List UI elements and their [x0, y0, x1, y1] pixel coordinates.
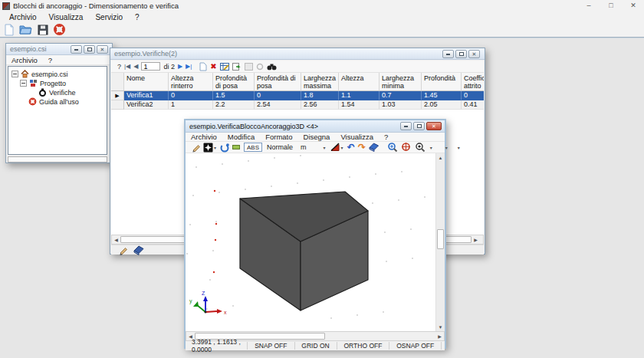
collapse-icon[interactable] [20, 80, 27, 87]
pencil-icon[interactable] [119, 245, 129, 255]
undo-icon[interactable]: ↶ [347, 143, 355, 151]
chevron-down-icon[interactable]: ▾ [445, 145, 448, 150]
ortho-toggle[interactable]: ORTHO OFF [340, 342, 386, 350]
table-maximize-button[interactable] [455, 50, 467, 58]
scroll-left-arrow[interactable] [112, 235, 120, 244]
row-selector[interactable] [111, 100, 124, 110]
tree-maximize-button[interactable] [84, 45, 95, 54]
tree-item-root[interactable]: esempio.csi [12, 70, 68, 78]
v3d-menu-archivio[interactable]: Archivio [186, 133, 222, 141]
chevron-down-icon[interactable]: ▾ [214, 145, 216, 150]
find-binoculars-icon[interactable] [267, 63, 277, 71]
column-header[interactable]: Profondità di posa [255, 73, 301, 91]
help-button[interactable]: ? [117, 63, 121, 71]
table-row[interactable]: ▶ Verifica1 0 1.5 0 1.8 1.1 0.7 1.45 0 [111, 91, 484, 100]
main-minimize-button[interactable]: – [579, 0, 599, 11]
main-close-button[interactable]: ✕ [623, 0, 643, 11]
style-combobox[interactable]: Normale [267, 143, 293, 151]
delete-record-icon[interactable]: ✖ [210, 62, 216, 71]
selection-lasso-icon[interactable] [219, 143, 230, 153]
v3d-menu-visualizza[interactable]: Visualizza [335, 133, 379, 141]
drawing-canvas-3d[interactable]: Z y x [186, 153, 436, 331]
chevron-down-icon[interactable]: ▾ [341, 145, 343, 150]
scrollbar-thumb[interactable] [437, 229, 444, 249]
new-document-icon[interactable] [2, 23, 16, 36]
view3d-minimize-button[interactable] [400, 122, 412, 130]
column-header[interactable]: Profondità di posa [213, 73, 255, 91]
tree-window-title: esempio.csi [10, 45, 47, 53]
table-row[interactable]: Verifica2 1 2.2 2.54 2.56 1.54 1.03 2.05… [111, 100, 484, 110]
table-window-titlebar[interactable]: esempio.Verifiche(2) [110, 48, 485, 60]
new-record-icon[interactable] [199, 62, 207, 71]
main-titlebar[interactable]: Blocchi di ancoraggio - Dimensionamento … [0, 0, 644, 11]
cell: 1.45 [422, 91, 462, 100]
tree-item-guida[interactable]: Guida all'uso [28, 97, 79, 106]
abs-toggle-button[interactable]: ABS [244, 143, 262, 152]
main-menubar: Archivio Visualizza Servizio ? [0, 11, 644, 22]
help-lifering-icon[interactable] [52, 23, 67, 36]
chevron-down-icon[interactable]: ▾ [430, 145, 432, 150]
scroll-right-arrow[interactable] [472, 235, 480, 244]
redo-icon[interactable]: ↷ [358, 143, 366, 151]
grid-toggle[interactable]: GRID ON [297, 342, 333, 350]
collapse-icon[interactable] [12, 71, 18, 77]
next-record-button[interactable]: ▶ [178, 63, 182, 70]
first-record-button[interactable]: |◀ [124, 63, 130, 70]
tree-close-button[interactable]: ✕ [97, 45, 108, 54]
table-minimize-button[interactable] [442, 50, 454, 58]
tree-menu-archivio[interactable]: Archivio [6, 56, 43, 64]
osnap-toggle[interactable]: OSNAP OFF [393, 342, 438, 350]
tree-window-buttons: ✕ [71, 45, 108, 54]
last-record-button[interactable]: ▶| [186, 63, 192, 70]
scroll-right-arrow[interactable] [435, 332, 444, 340]
tree-item-verifiche[interactable]: Verifiche [38, 88, 76, 97]
column-header[interactable]: Nome [124, 73, 169, 91]
zoom-extents-icon[interactable] [401, 142, 412, 153]
menu-visualizza[interactable]: Visualizza [43, 13, 90, 21]
row-selector[interactable]: ▶ [111, 91, 124, 100]
table-window-buttons: ✕ [442, 50, 480, 58]
export-grid-icon[interactable] [232, 63, 242, 71]
tree-minimize-button[interactable] [71, 45, 82, 54]
zoom-window-icon[interactable] [415, 142, 426, 153]
column-header[interactable]: Altezza rinterro [169, 73, 213, 91]
v3d-menu-formato[interactable]: Formato [260, 133, 297, 141]
save-icon[interactable] [35, 23, 50, 36]
edit-grid-icon[interactable] [220, 63, 229, 71]
prev-record-button[interactable]: ◀ [133, 63, 138, 70]
v3d-menu-modifica[interactable]: Modifica [222, 133, 260, 141]
column-header[interactable]: Altezza [339, 73, 380, 91]
menu-servizio[interactable]: Servizio [89, 13, 129, 21]
main-maximize-button[interactable]: □ [601, 0, 621, 11]
menu-help[interactable]: ? [129, 13, 146, 21]
v3d-menu-disegna[interactable]: Disegna [298, 133, 336, 141]
unit-combobox[interactable]: m [301, 143, 307, 151]
view3d-maximize-button[interactable] [413, 122, 425, 130]
open-folder-icon[interactable] [18, 23, 33, 36]
layer-color-icon[interactable] [232, 144, 240, 150]
snap-toggle[interactable]: SNAP OFF [251, 342, 291, 350]
scroll-up-arrow[interactable] [436, 153, 445, 162]
zoom-in-icon[interactable] [387, 142, 398, 153]
set-square-icon[interactable] [330, 143, 340, 152]
snap-style-icon[interactable] [203, 143, 213, 153]
column-header[interactable]: Larghezza minima [380, 73, 422, 91]
menu-archivio[interactable]: Archivio [3, 13, 43, 21]
tree-item-progetto[interactable]: Progetto [20, 79, 66, 87]
view3d-close-button[interactable]: ✕ [426, 122, 442, 130]
view3d-vertical-scrollbar[interactable] [436, 153, 445, 331]
scroll-down-arrow[interactable] [436, 323, 445, 331]
column-header[interactable]: Profondità [422, 73, 462, 91]
tree-menu-help[interactable]: ? [43, 56, 58, 64]
table-close-button[interactable]: ✕ [468, 50, 480, 58]
selector-column-header[interactable] [111, 73, 124, 91]
column-header[interactable]: Larghezza massima [301, 73, 339, 91]
eraser-icon[interactable] [369, 143, 380, 152]
eraser-icon[interactable] [133, 245, 145, 255]
column-header[interactable]: Coefficiente attrito [462, 73, 484, 91]
v3d-menu-help[interactable]: ? [379, 133, 393, 141]
pencil-tool-icon[interactable] [192, 143, 201, 153]
chevron-down-icon[interactable]: ▾ [324, 145, 326, 150]
record-number-input[interactable] [141, 62, 160, 71]
chevron-down-icon[interactable]: ▾ [458, 145, 460, 150]
